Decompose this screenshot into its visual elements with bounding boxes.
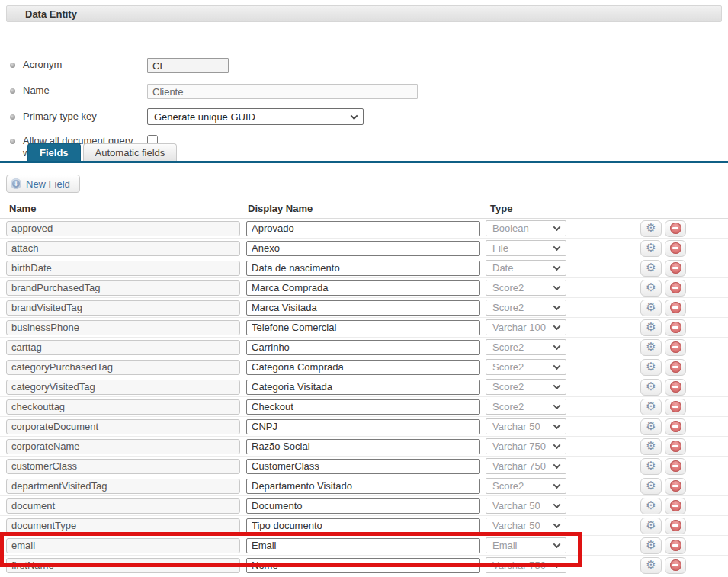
gear-icon: ⚙ [646, 341, 656, 353]
remove-button[interactable] [665, 379, 686, 396]
type-select[interactable]: Score2 [486, 339, 566, 355]
field-name-input[interactable] [6, 558, 240, 573]
acronym-input[interactable] [147, 58, 229, 73]
display-name-input[interactable] [246, 439, 480, 454]
type-select[interactable]: Varchar 50 [486, 418, 566, 434]
field-name-input[interactable] [6, 280, 240, 296]
settings-button[interactable]: ⚙ [640, 438, 662, 455]
settings-button[interactable]: ⚙ [640, 220, 662, 237]
remove-button[interactable] [665, 478, 686, 495]
type-select[interactable]: Date [486, 260, 566, 276]
display-name-input[interactable] [246, 498, 480, 514]
settings-button[interactable]: ⚙ [640, 478, 662, 495]
remove-button[interactable] [665, 300, 686, 316]
remove-button[interactable] [665, 557, 686, 574]
settings-button[interactable]: ⚙ [640, 319, 662, 336]
type-select[interactable]: Score2 [486, 399, 566, 415]
display-name-input[interactable] [246, 300, 480, 316]
settings-button[interactable]: ⚙ [640, 379, 662, 396]
display-name-input[interactable] [246, 380, 480, 395]
field-name-input[interactable] [6, 439, 240, 454]
display-name-input[interactable] [246, 419, 480, 434]
settings-button[interactable]: ⚙ [640, 300, 662, 316]
gear-icon: ⚙ [646, 460, 656, 472]
field-name-input[interactable] [6, 518, 240, 534]
display-name-input[interactable] [246, 241, 480, 256]
type-select[interactable]: Varchar 750 [486, 557, 566, 573]
settings-button[interactable]: ⚙ [640, 537, 662, 554]
field-name-input[interactable] [6, 340, 240, 355]
field-name-input[interactable] [6, 538, 240, 553]
field-name-input[interactable] [6, 300, 240, 316]
remove-button[interactable] [665, 280, 686, 297]
settings-button[interactable]: ⚙ [640, 240, 662, 257]
display-name-input[interactable] [246, 261, 480, 276]
type-select[interactable]: Varchar 100 [486, 319, 566, 335]
primary-type-key-select[interactable]: Generate unique GUID [147, 108, 364, 125]
remove-button[interactable] [665, 319, 686, 336]
table-row: Score2 ⚙ [0, 278, 728, 298]
display-name-input[interactable] [246, 399, 480, 415]
field-name-input[interactable] [6, 261, 240, 276]
field-name-input[interactable] [6, 320, 240, 335]
display-name-input[interactable] [246, 320, 480, 335]
field-name-input[interactable] [6, 380, 240, 395]
type-select[interactable]: Varchar 750 [486, 438, 566, 454]
remove-button[interactable] [665, 537, 686, 554]
display-name-input[interactable] [246, 340, 480, 355]
field-name-input[interactable] [6, 241, 240, 256]
type-select[interactable]: Score2 [486, 379, 566, 395]
settings-button[interactable]: ⚙ [640, 557, 662, 574]
type-select[interactable]: Score2 [486, 280, 566, 296]
tab-fields[interactable]: Fields [27, 143, 81, 161]
display-name-input[interactable] [246, 459, 480, 474]
display-name-input[interactable] [246, 280, 480, 296]
remove-button[interactable] [665, 260, 686, 277]
display-name-input[interactable] [246, 221, 480, 236]
display-name-input[interactable] [246, 518, 480, 534]
type-select[interactable]: Boolean [486, 220, 566, 236]
name-input[interactable] [147, 84, 418, 99]
display-name-input[interactable] [246, 558, 480, 573]
type-select[interactable]: Score2 [486, 478, 566, 494]
type-select[interactable]: Varchar 50 [486, 518, 566, 534]
type-select[interactable]: Score2 [486, 359, 566, 375]
settings-button[interactable]: ⚙ [640, 458, 662, 475]
remove-button[interactable] [665, 220, 686, 237]
type-select[interactable]: Varchar 50 [486, 498, 566, 514]
settings-button[interactable]: ⚙ [640, 418, 662, 435]
remove-button[interactable] [665, 418, 686, 435]
field-name-input[interactable] [6, 419, 240, 434]
settings-button[interactable]: ⚙ [640, 260, 662, 277]
settings-button[interactable]: ⚙ [640, 518, 662, 534]
display-name-input[interactable] [246, 360, 480, 375]
type-select[interactable]: Email [486, 537, 566, 553]
remove-button[interactable] [665, 339, 686, 356]
settings-button[interactable]: ⚙ [640, 339, 662, 356]
settings-button[interactable]: ⚙ [640, 498, 662, 514]
remove-button[interactable] [665, 359, 686, 376]
type-select[interactable]: Score2 [486, 300, 566, 316]
field-name-input[interactable] [6, 399, 240, 415]
display-name-input[interactable] [246, 479, 480, 494]
remove-button[interactable] [665, 498, 686, 514]
display-name-input[interactable] [246, 538, 480, 553]
remove-button[interactable] [665, 240, 686, 257]
remove-icon [670, 500, 681, 511]
tab-automatic-fields[interactable]: Automatic fields [83, 143, 178, 161]
settings-button[interactable]: ⚙ [640, 280, 662, 297]
field-name-input[interactable] [6, 498, 240, 514]
remove-button[interactable] [665, 399, 686, 415]
settings-button[interactable]: ⚙ [640, 359, 662, 376]
type-select[interactable]: File [486, 240, 566, 256]
remove-button[interactable] [665, 518, 686, 534]
field-name-input[interactable] [6, 360, 240, 375]
type-select[interactable]: Varchar 750 [486, 458, 566, 474]
new-field-button[interactable]: + New Field [6, 175, 80, 193]
settings-button[interactable]: ⚙ [640, 399, 662, 415]
remove-button[interactable] [665, 438, 686, 455]
remove-button[interactable] [665, 458, 686, 475]
field-name-input[interactable] [6, 459, 240, 474]
field-name-input[interactable] [6, 479, 240, 494]
field-name-input[interactable] [6, 221, 240, 236]
